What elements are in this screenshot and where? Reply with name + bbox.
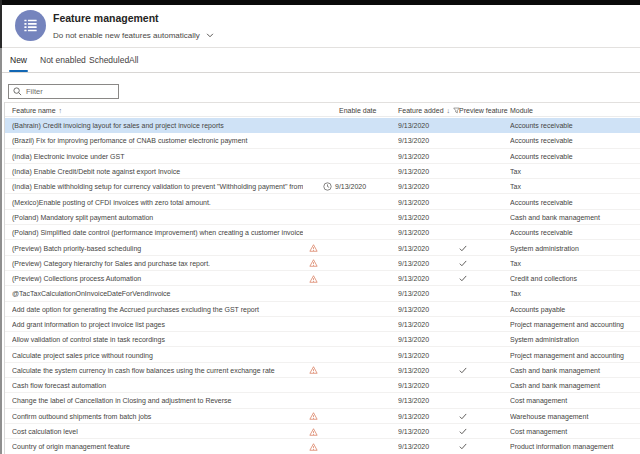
preview-feature-cell — [459, 149, 505, 164]
module-cell: Cash and bank management — [510, 210, 640, 225]
table-row[interactable]: (Brazil) Fix for improving perfomance of… — [5, 133, 640, 148]
feature-added-cell: 9/13/2020 — [398, 256, 456, 271]
table-row[interactable]: Allow validation of control state in tas… — [5, 332, 640, 347]
filter-placeholder: Filter — [26, 87, 43, 96]
column-header-module[interactable]: Module — [510, 103, 533, 118]
enable-date-cell — [305, 271, 396, 286]
table-row[interactable]: (Preview) Collections process Automation… — [5, 271, 640, 286]
module-cell: Accounts receivable — [510, 133, 640, 148]
feature-added-cell: 9/13/2020 — [398, 225, 456, 240]
table-row[interactable]: Confirm outbound shipments from batch jo… — [5, 409, 640, 424]
enable-date-cell — [305, 332, 396, 347]
feature-added-cell: 9/13/2020 — [398, 210, 456, 225]
table-row[interactable]: Cost calculation level9/13/2020Cost mana… — [5, 424, 640, 439]
feature-added-cell: 9/13/2020 — [398, 179, 456, 194]
feature-name-cell: Add grant information to project invoice… — [12, 317, 303, 332]
auto-enable-dropdown[interactable]: Do not enable new features automatically — [53, 29, 214, 41]
table-row[interactable]: (India) Enable Credit/Debit note against… — [5, 164, 640, 179]
module-cell: Accounts receivable — [510, 225, 640, 240]
feature-name-cell: (Poland) Simplified date control (perfor… — [12, 225, 303, 240]
sort-descending-icon: ↓ — [447, 107, 451, 114]
table-row[interactable]: Add date option for generating the Accru… — [5, 302, 640, 317]
table-row[interactable]: (Poland) Mandatory split payment automat… — [5, 210, 640, 225]
feature-added-cell: 9/13/2020 — [398, 164, 456, 179]
preview-feature-cell — [459, 133, 505, 148]
warning-icon — [309, 275, 318, 283]
enable-date-cell — [305, 286, 396, 301]
tab-not-enabled[interactable]: Not enabled — [40, 55, 86, 65]
table-row[interactable]: Change the label of Cancellation in Clos… — [5, 393, 640, 408]
module-cell: Project management and accounting — [510, 347, 640, 362]
enable-date-cell — [305, 409, 396, 424]
feature-name-cell: Change the label of Cancellation in Clos… — [12, 393, 303, 408]
table-row[interactable]: Country of origin management feature9/13… — [5, 439, 640, 454]
feature-name-cell: (Preview) Batch priority-based schedulin… — [12, 240, 303, 255]
module-cell: Credit and collections — [510, 271, 640, 286]
list-icon — [22, 17, 39, 34]
search-icon — [13, 87, 22, 96]
enable-date-cell — [305, 118, 396, 133]
tab-all[interactable]: All — [129, 55, 138, 65]
module-cell: Accounts payable — [510, 302, 640, 317]
filter-input[interactable]: Filter — [8, 84, 119, 99]
warning-icon — [309, 443, 318, 451]
column-header-feature-added[interactable]: Feature added ↓ — [398, 103, 460, 118]
column-header-enable-date[interactable]: Enable date — [339, 103, 376, 118]
module-cell: Tax — [510, 179, 640, 194]
preview-feature-cell — [459, 118, 505, 133]
auto-enable-dropdown-label: Do not enable new features automatically — [53, 31, 200, 40]
sort-ascending-icon: ↑ — [59, 107, 63, 114]
checkmark-icon — [459, 428, 467, 435]
table-row[interactable]: Calculate the system currency in cash fl… — [5, 363, 640, 378]
checkmark-icon — [459, 245, 467, 252]
table-row[interactable]: Add grant information to project invoice… — [5, 317, 640, 332]
feature-added-cell: 9/13/2020 — [398, 378, 456, 393]
feature-name-cell: Cash flow forecast automation — [12, 378, 303, 393]
module-cell: Tax — [510, 164, 640, 179]
module-cell: Warehouse management — [510, 409, 640, 424]
enable-date-cell — [305, 210, 396, 225]
feature-name-cell: (India) Enable withholding setup for cur… — [12, 179, 303, 194]
preview-feature-cell — [459, 393, 505, 408]
preview-feature-cell — [459, 240, 505, 255]
feature-name-cell: (Mexico)Enable posting of CFDI invoices … — [12, 194, 303, 209]
enable-date-cell — [305, 225, 396, 240]
feature-added-cell: 9/13/2020 — [398, 439, 456, 454]
enable-date-value: 9/13/2020 — [335, 183, 366, 190]
features-grid: Feature name ↑ Enable date Feature added… — [4, 102, 640, 454]
table-row[interactable]: (Poland) Simplified date control (perfor… — [5, 225, 640, 240]
tab-new[interactable]: New — [10, 55, 27, 65]
table-row[interactable]: (India) Enable withholding setup for cur… — [5, 179, 640, 194]
feature-name-cell: @TacTaxCalculationOnInvoiceDateForVendIn… — [12, 286, 303, 301]
checkmark-icon — [459, 443, 467, 450]
feature-added-cell: 9/13/2020 — [398, 317, 456, 332]
enable-date-cell — [305, 317, 396, 332]
table-row[interactable]: (Preview) Batch priority-based schedulin… — [5, 240, 640, 255]
enable-date-cell: 9/13/2020 — [305, 179, 396, 194]
enable-date-cell — [305, 133, 396, 148]
table-row[interactable]: (Mexico)Enable posting of CFDI invoices … — [5, 194, 640, 209]
feature-added-cell: 9/13/2020 — [398, 194, 456, 209]
enable-date-cell — [305, 256, 396, 271]
table-row[interactable]: Calculate project sales price without ro… — [5, 347, 640, 362]
preview-feature-cell — [459, 378, 505, 393]
preview-feature-cell — [459, 225, 505, 240]
table-row[interactable]: Cash flow forecast automation9/13/2020Ca… — [5, 378, 640, 393]
clock-icon — [323, 182, 332, 191]
module-cell: Accounts receivable — [510, 118, 640, 133]
feature-name-cell: Calculate project sales price without ro… — [12, 347, 303, 362]
module-cell: Accounts receivable — [510, 149, 640, 164]
enable-date-cell — [305, 347, 396, 362]
table-row[interactable]: (Bahrain) Credit invoicing layout for sa… — [5, 118, 640, 133]
table-row[interactable]: @TacTaxCalculationOnInvoiceDateForVendIn… — [5, 286, 640, 301]
column-header-preview-feature[interactable]: Preview feature — [459, 103, 508, 118]
table-row[interactable]: (India) Electronic invoice under GST9/13… — [5, 149, 640, 164]
preview-feature-cell — [459, 347, 505, 362]
feature-name-cell: Cost calculation level — [12, 424, 303, 439]
table-row[interactable]: (Preview) Category hierarchy for Sales a… — [5, 256, 640, 271]
feature-added-cell: 9/13/2020 — [398, 409, 456, 424]
feature-added-cell: 9/13/2020 — [398, 240, 456, 255]
column-header-feature-name[interactable]: Feature name ↑ — [12, 103, 62, 118]
tab-scheduled[interactable]: Scheduled — [89, 55, 129, 65]
preview-feature-cell — [459, 194, 505, 209]
